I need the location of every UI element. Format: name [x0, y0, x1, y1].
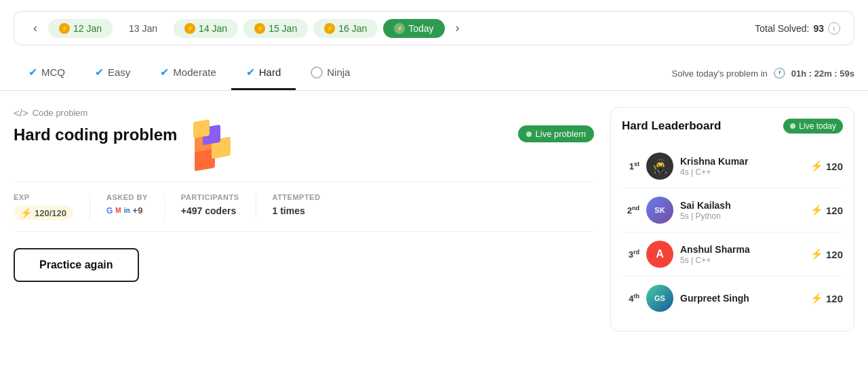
lb-name-2: Sai Kailash — [680, 200, 804, 211]
problem-title-area: Hard coding problem — [14, 125, 235, 169]
live-today-badge: Live today — [783, 119, 843, 134]
tab-easy[interactable]: ✔ Easy — [80, 56, 145, 90]
date-item-jan13[interactable]: 13 Jan — [118, 19, 168, 38]
exp-value: ⚡ 120/120 — [14, 205, 73, 220]
rank-4: 4th — [622, 293, 639, 304]
bolt-icon-lb2: ⚡ — [810, 204, 823, 216]
date-item-jan14[interactable]: ⚡ 14 Jan — [174, 19, 238, 38]
next-arrow[interactable]: › — [450, 18, 465, 38]
lb-entry-1: 1st 🥷 Krishna Kumar 4s | C++ ⚡ 120 — [622, 144, 843, 188]
lb-info-4: Gurpreet Singh — [680, 293, 804, 304]
date-nav-left: ‹ ⚡ 12 Jan 13 Jan ⚡ 14 Jan ⚡ 15 Jan ⚡ 16… — [28, 18, 465, 38]
rank-3: 3rd — [622, 249, 639, 260]
leaderboard-panel: Hard Leaderboard Live today 1st 🥷 Krishn… — [610, 107, 854, 331]
avatar-2: SK — [646, 197, 673, 224]
problem-tabs: ✔ MCQ ✔ Easy ✔ Moderate ✔ Hard Ninja Sol… — [0, 56, 868, 91]
lb-info-3: Anshul Sharma 5s | C++ — [680, 244, 804, 265]
company-logo-3: in — [124, 207, 130, 214]
live-dot-lb — [790, 123, 795, 129]
tab-hard[interactable]: ✔ Hard — [231, 56, 296, 90]
problem-title: Hard coding problem — [14, 125, 177, 144]
live-dot — [526, 131, 532, 137]
lb-name-3: Anshul Sharma — [680, 244, 804, 255]
tab-mcq[interactable]: ✔ MCQ — [14, 56, 80, 90]
meta-asked-by: Asked by G M in +9 — [90, 193, 165, 220]
date-item-today[interactable]: ⚡ Today — [383, 19, 444, 38]
problem-type-label: </> Code problem — [14, 107, 594, 119]
participants-value: +497 coders — [181, 205, 239, 216]
leaderboard-header: Hard Leaderboard Live today — [622, 119, 843, 134]
avatar-4: GS — [646, 285, 673, 312]
rank-2: 2nd — [622, 205, 639, 216]
attempted-value: 1 times — [273, 205, 321, 216]
asked-icons: G M in — [106, 206, 130, 216]
coin-icon-jan15: ⚡ — [254, 23, 265, 34]
lb-entry-2: 2nd SK Sai Kailash 5s | Python ⚡ 120 — [622, 188, 843, 232]
lb-entry-3: 3rd A Anshul Sharma 5s | C++ ⚡ 120 — [622, 232, 843, 277]
lb-score-2: ⚡ 120 — [810, 204, 843, 216]
live-problem-badge: Live problem — [518, 125, 594, 142]
avatar-1: 🥷 — [646, 153, 673, 180]
company-logo-2: M — [115, 207, 121, 214]
meta-participants: Participants +497 coders — [165, 193, 256, 220]
meta-attempted: Attempted 1 times — [256, 193, 337, 220]
asked-by-value: G M in +9 — [106, 205, 148, 216]
check-icon-mcq: ✔ — [28, 66, 37, 79]
lb-sub-1: 4s | C++ — [680, 167, 804, 177]
lb-name-4: Gurpreet Singh — [680, 293, 804, 304]
info-icon[interactable]: i — [828, 22, 840, 35]
check-icon-moderate: ✔ — [160, 66, 169, 79]
problem-visual — [188, 125, 235, 169]
problem-section: </> Code problem Hard coding problem Liv… — [14, 107, 594, 331]
circle-icon-ninja — [311, 66, 323, 79]
date-item-jan16[interactable]: ⚡ 16 Jan — [313, 19, 378, 38]
lb-name-1: Krishna Kumar — [680, 156, 804, 167]
prev-arrow[interactable]: ‹ — [28, 18, 43, 38]
lb-score-3: ⚡ 120 — [810, 248, 843, 260]
coin-icon-jan16: ⚡ — [324, 23, 335, 34]
check-icon-hard: ✔ — [246, 66, 255, 79]
bolt-icon-lb1: ⚡ — [810, 160, 823, 172]
rank-1: 1st — [622, 161, 639, 171]
tabs-left: ✔ MCQ ✔ Easy ✔ Moderate ✔ Hard Ninja — [14, 56, 365, 90]
bolt-icon-lb3: ⚡ — [810, 248, 823, 260]
date-item-jan15[interactable]: ⚡ 15 Jan — [243, 19, 308, 38]
problem-meta: EXP ⚡ 120/120 Asked by G M in +9 — [14, 182, 594, 232]
lb-entry-4: 4th GS Gurpreet Singh ⚡ 120 — [622, 277, 843, 320]
total-solved: Total Solved: 93 i — [755, 22, 840, 35]
leaderboard-title: Hard Leaderboard — [622, 119, 721, 133]
timer-icon: 🕐 — [773, 67, 786, 79]
date-navigation: ‹ ⚡ 12 Jan 13 Jan ⚡ 14 Jan ⚡ 15 Jan ⚡ 16… — [14, 11, 854, 45]
tab-ninja[interactable]: Ninja — [296, 57, 365, 90]
google-logo: G — [106, 206, 113, 216]
practice-again-button[interactable]: Practice again — [14, 248, 139, 282]
block-5 — [193, 119, 210, 138]
lb-score-1: ⚡ 120 — [810, 160, 843, 172]
lb-score-4: ⚡ 120 — [810, 292, 843, 304]
meta-exp: EXP ⚡ 120/120 — [14, 193, 90, 220]
lb-sub-2: 5s | Python — [680, 211, 804, 221]
lb-sub-3: 5s | C++ — [680, 256, 804, 265]
exp-badge: ⚡ 120/120 — [14, 205, 73, 220]
timer-area: Solve today's problem in 🕐 01h : 22m : 5… — [672, 67, 854, 79]
avatar-3: A — [646, 241, 673, 268]
date-item-jan12[interactable]: ⚡ 12 Jan — [48, 19, 113, 38]
bolt-icon-exp: ⚡ — [20, 207, 32, 218]
bolt-icon-lb4: ⚡ — [810, 292, 823, 304]
tab-moderate[interactable]: ✔ Moderate — [145, 56, 231, 90]
main-content: </> Code problem Hard coding problem Liv… — [0, 91, 868, 348]
code-brackets-icon: </> — [14, 107, 28, 119]
coin-icon-today: ⚡ — [394, 23, 405, 34]
check-icon-easy: ✔ — [95, 66, 104, 79]
coin-icon-jan14: ⚡ — [184, 23, 195, 34]
coin-icon-jan12: ⚡ — [59, 23, 70, 34]
lb-info-2: Sai Kailash 5s | Python — [680, 200, 804, 221]
lb-info-1: Krishna Kumar 4s | C++ — [680, 156, 804, 177]
problem-header: Hard coding problem Live problem — [14, 125, 594, 169]
